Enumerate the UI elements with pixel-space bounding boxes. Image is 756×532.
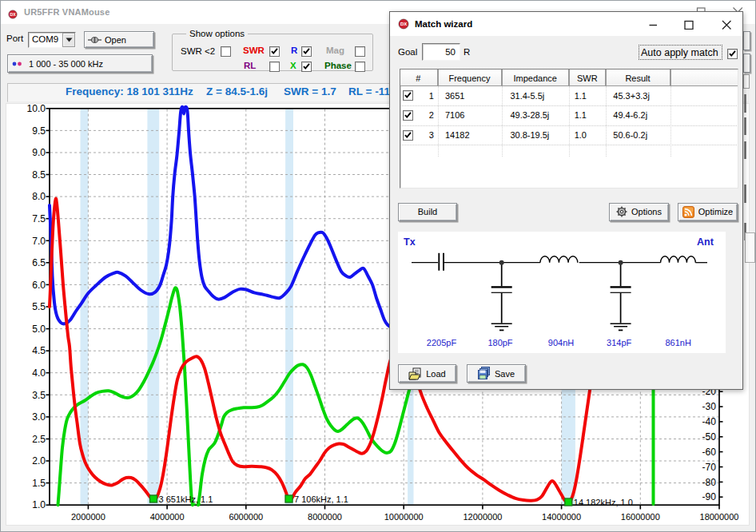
svg-text:5.5: 5.5 <box>32 301 46 312</box>
svg-text:-80: -80 <box>702 477 717 488</box>
svg-text:6.5: 6.5 <box>32 257 46 268</box>
svg-text:8.0: 8.0 <box>32 191 46 202</box>
svg-text:9.5: 9.5 <box>32 125 46 137</box>
svg-text:-50: -50 <box>702 431 717 443</box>
svg-text:861nH: 861nH <box>665 338 690 347</box>
svg-text:1.5: 1.5 <box>32 478 46 489</box>
svg-text:-40: -40 <box>702 416 717 427</box>
svg-text:8000000: 8000000 <box>308 512 342 522</box>
svg-text:14 182kHz, 1.0: 14 182kHz, 1.0 <box>574 498 633 507</box>
svg-text:-90: -90 <box>702 491 717 502</box>
svg-text:12000000: 12000000 <box>463 512 502 522</box>
svg-text:3 651kHz, 1.1: 3 651kHz, 1.1 <box>159 494 213 504</box>
svg-text:2000000: 2000000 <box>71 512 105 522</box>
svg-text:-60: -60 <box>702 447 717 458</box>
svg-text:904nH: 904nH <box>548 338 574 347</box>
svg-text:18000000: 18000000 <box>700 512 739 522</box>
svg-text:-30: -30 <box>702 401 717 412</box>
svg-text:DX: DX <box>400 22 407 26</box>
svg-text:16000000: 16000000 <box>621 512 660 522</box>
svg-text:4000000: 4000000 <box>150 512 185 522</box>
svg-text:3.0: 3.0 <box>32 411 46 423</box>
svg-text:Ant: Ant <box>697 236 714 248</box>
svg-text:5.0: 5.0 <box>32 324 46 335</box>
svg-text:2.5: 2.5 <box>32 434 46 445</box>
svg-text:6000000: 6000000 <box>229 512 263 522</box>
svg-text:8.5: 8.5 <box>32 169 46 181</box>
svg-text:314pF: 314pF <box>607 338 631 347</box>
svg-text:10000000: 10000000 <box>384 512 424 522</box>
svg-text:2205pF: 2205pF <box>427 338 457 347</box>
svg-text:7 106kHz, 1.1: 7 106kHz, 1.1 <box>294 494 348 504</box>
svg-text:7.5: 7.5 <box>32 213 46 224</box>
svg-text:-70: -70 <box>702 462 717 473</box>
svg-text:9.0: 9.0 <box>32 147 46 158</box>
svg-text:2.0: 2.0 <box>32 455 46 466</box>
svg-text:3.5: 3.5 <box>32 390 46 401</box>
svg-text:4.0: 4.0 <box>32 367 46 379</box>
svg-text:Tx: Tx <box>404 236 416 248</box>
svg-text:10.0: 10.0 <box>26 103 46 114</box>
svg-text:6.0: 6.0 <box>32 280 46 291</box>
svg-text:7.0: 7.0 <box>32 236 46 247</box>
svg-text:1.0: 1.0 <box>32 499 46 510</box>
svg-text:4.5: 4.5 <box>32 345 46 356</box>
svg-text:180pF: 180pF <box>487 338 512 347</box>
svg-text:14000000: 14000000 <box>542 512 581 522</box>
